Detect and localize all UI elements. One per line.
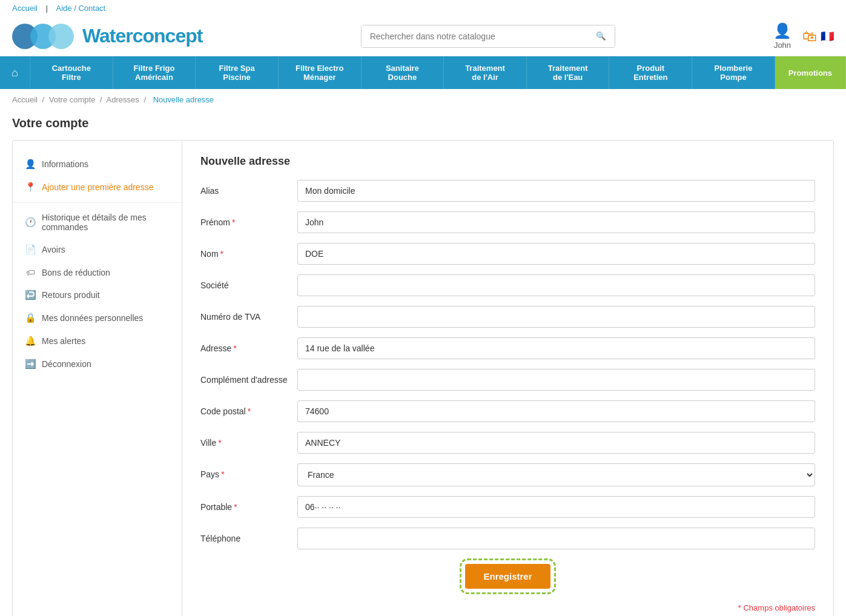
nav-filtre-spa[interactable]: Filtre Spa Piscine <box>196 56 279 89</box>
form-row-complement: Complément d'adresse <box>200 369 815 391</box>
form-row-portable: Portable* <box>200 496 815 518</box>
sidebar-label-historique: Historique et détails de mes commandes <box>42 213 170 232</box>
topbar-aide[interactable]: Aide / Contact <box>56 4 106 13</box>
nav-filtre-frigo[interactable]: Filtre Frigo Américain <box>113 56 196 89</box>
input-telephone[interactable] <box>297 528 815 549</box>
input-alias[interactable] <box>297 180 815 202</box>
save-button[interactable]: Enregistrer <box>465 564 550 589</box>
nav-sanitaire-douche[interactable]: Sanitaire Douche <box>362 56 444 89</box>
form-row-nom: Nom* <box>200 243 815 265</box>
label-tva: Numéro de TVA <box>200 306 297 322</box>
input-nom[interactable] <box>297 243 815 265</box>
field-complement <box>297 369 815 391</box>
user-profile[interactable]: 👤 John <box>773 22 791 50</box>
breadcrumb-adresses[interactable]: Adresses <box>107 95 139 104</box>
sidebar-item-bons[interactable]: 🏷 Bons de réduction <box>13 261 182 283</box>
flag-icon: 🇫🇷 <box>821 30 834 43</box>
input-societe[interactable] <box>297 274 815 296</box>
form-area: Nouvelle adresse Alias Prénom* <box>182 141 833 616</box>
form-row-pays: Pays* France Belgique Suisse Luxembourg <box>200 463 815 486</box>
breadcrumb-accueil[interactable]: Accueil <box>12 95 38 104</box>
logout-icon: ➡️ <box>25 359 36 369</box>
field-alias <box>297 180 815 202</box>
sidebar-item-informations[interactable]: 👤 Informations <box>13 153 182 176</box>
nav-promotions[interactable]: Promotions <box>775 56 846 89</box>
field-tva <box>297 306 815 328</box>
input-adresse[interactable] <box>297 337 815 359</box>
cart-icon[interactable]: 🛍 <box>802 28 817 45</box>
form-row-ville: Ville* <box>200 432 815 454</box>
nav-filtre-electro[interactable]: Filtre Electro Ménager <box>279 56 362 89</box>
field-nom <box>297 243 815 265</box>
input-portable[interactable] <box>297 496 815 518</box>
form-row-societe: Société <box>200 274 815 296</box>
form-row-adresse: Adresse* <box>200 337 815 359</box>
sidebar-item-avoirs[interactable]: 📄 Avoirs <box>13 238 182 261</box>
sidebar-item-alertes[interactable]: 🔔 Mes alertes <box>13 330 182 353</box>
header: Waterconcept 🔍 👤 John 🛍 🇫🇷 <box>0 16 846 56</box>
input-tva[interactable] <box>297 306 815 328</box>
select-pays[interactable]: France Belgique Suisse Luxembourg <box>297 463 815 486</box>
nav-cartouche-filtre[interactable]: Cartouche Filtre <box>30 56 113 89</box>
label-societe: Société <box>200 274 297 290</box>
input-codepostal[interactable] <box>297 400 815 422</box>
breadcrumb-votre-compte[interactable]: Votre compte <box>49 95 96 104</box>
input-complement[interactable] <box>297 369 815 391</box>
main-content: 👤 Informations 📍 Ajouter une première ad… <box>0 140 846 616</box>
form-row-alias: Alias <box>200 180 815 202</box>
label-portable: Portable* <box>200 496 297 512</box>
label-pays: Pays* <box>200 463 297 479</box>
form-row-tva: Numéro de TVA <box>200 306 815 328</box>
user-name: John <box>774 41 791 50</box>
sidebar-label-informations: Informations <box>42 159 88 169</box>
bell-icon: 🔔 <box>25 336 36 346</box>
sidebar-item-historique[interactable]: 🕐 Historique et détails de mes commandes <box>13 207 182 238</box>
label-ville: Ville* <box>200 432 297 448</box>
search-button[interactable]: 🔍 <box>587 25 615 47</box>
input-ville[interactable] <box>297 432 815 454</box>
sidebar-label-ajouter-adresse: Ajouter une première adresse <box>42 182 153 192</box>
field-societe <box>297 274 815 296</box>
sidebar-item-donnees[interactable]: 🔒 Mes données personnelles <box>13 306 182 330</box>
label-adresse: Adresse* <box>200 337 297 353</box>
form-row-codepostal: Code postal* <box>200 400 815 422</box>
required-note: * Champs obligatoires <box>200 598 815 612</box>
sidebar-label-bons: Bons de réduction <box>42 268 110 277</box>
logo-circle-3 <box>48 24 74 49</box>
header-icons: 👤 John 🛍 🇫🇷 <box>773 22 834 50</box>
tag-icon: 🏷 <box>25 267 36 277</box>
account-container: 👤 Informations 📍 Ajouter une première ad… <box>12 140 834 616</box>
breadcrumb: Accueil / Votre compte / Adresses / Nouv… <box>0 89 846 110</box>
nav-home[interactable]: ⌂ <box>0 56 30 89</box>
page-title: Votre compte <box>0 110 846 140</box>
nav-traitement-eau[interactable]: Traitement de l'Eau <box>527 56 610 89</box>
nav-bar: ⌂ Cartouche Filtre Filtre Frigo Américai… <box>0 56 846 89</box>
sidebar-label-alertes: Mes alertes <box>42 336 85 346</box>
sidebar-item-deconnexion[interactable]: ➡️ Déconnexion <box>13 353 182 376</box>
logo[interactable]: Waterconcept <box>12 24 202 49</box>
location-icon: 📍 <box>25 182 36 193</box>
form-actions: Enregistrer <box>200 564 815 589</box>
sidebar-label-deconnexion: Déconnexion <box>42 359 91 369</box>
sidebar-label-donnees: Mes données personnelles <box>42 313 143 323</box>
label-codepostal: Code postal* <box>200 400 297 416</box>
sidebar-label-retours: Retours produit <box>42 290 100 300</box>
label-alias: Alias <box>200 180 297 196</box>
logo-circles <box>12 24 74 49</box>
nav-produit-entretien[interactable]: Produit Entretien <box>609 56 692 89</box>
person-icon: 👤 <box>25 159 36 170</box>
user-icon: 👤 <box>773 22 791 39</box>
label-prenom: Prénom* <box>200 211 297 227</box>
sidebar-item-retours[interactable]: ↩️ Retours produit <box>13 283 182 306</box>
input-prenom[interactable] <box>297 211 815 233</box>
topbar-accueil[interactable]: Accueil <box>12 4 38 13</box>
document-icon: 📄 <box>25 244 36 255</box>
nav-traitement-air[interactable]: Traitement de l'Air <box>444 56 527 89</box>
form-row-telephone: Téléphone <box>200 528 815 549</box>
field-ville <box>297 432 815 454</box>
search-input[interactable] <box>362 25 587 47</box>
sidebar-item-ajouter-adresse[interactable]: 📍 Ajouter une première adresse <box>13 176 182 199</box>
nav-plomberie-pompe[interactable]: Plomberie Pompe <box>692 56 775 89</box>
label-complement: Complément d'adresse <box>200 369 297 385</box>
header-search: 🔍 <box>202 25 773 48</box>
